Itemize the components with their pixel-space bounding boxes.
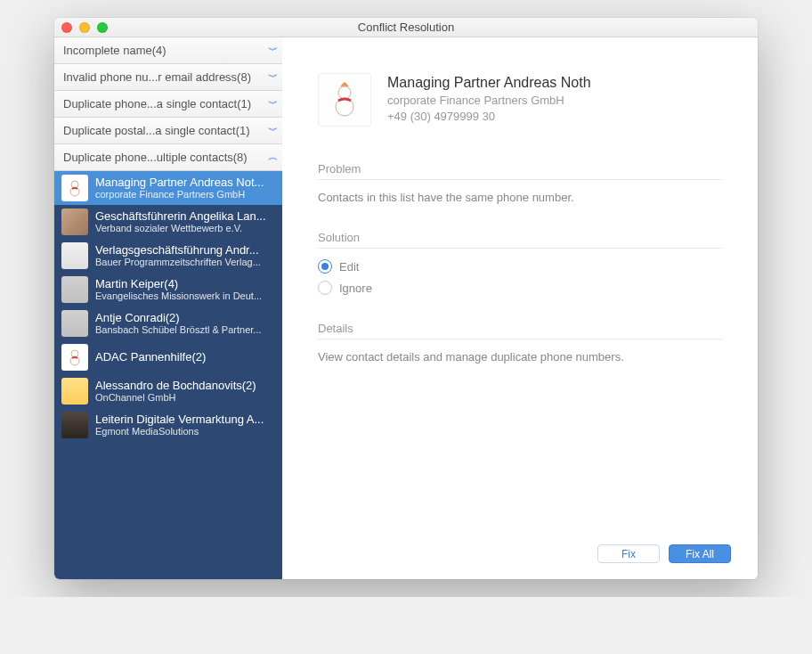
- chevron-down-icon: ︾: [268, 72, 273, 82]
- category-label: Duplicate phone...a single contact(1): [63, 97, 268, 110]
- contact-header-avatar: [318, 73, 371, 127]
- avatar: [61, 276, 88, 303]
- contact-company: OnChannel GmbH: [95, 392, 275, 404]
- problem-text: Contacts in this list have the same phon…: [318, 191, 722, 204]
- solution-title: Solution: [318, 231, 722, 249]
- contact-company: Bauer Programmzeitschriften Verlag...: [95, 257, 275, 268]
- details-section: Details View contact details and manage …: [318, 322, 722, 364]
- minimize-button[interactable]: [79, 22, 90, 33]
- button-label: Fix: [621, 548, 636, 560]
- contact-text: Geschäftsführerin Angelika Lan... Verban…: [95, 209, 275, 235]
- solution-edit-option[interactable]: Edit: [318, 259, 722, 274]
- avatar: [61, 175, 88, 201]
- contact-name: Martin Keiper(4): [95, 277, 275, 291]
- contact-name: Managing Partner Andreas Not...: [95, 176, 275, 190]
- contact-text: Antje Conradi(2) Bansbach Schübel Bröszt…: [95, 311, 275, 337]
- solution-radio-group: Edit Ignore: [318, 259, 722, 295]
- contact-name: Verlagsgeschäftsführung Andr...: [95, 243, 275, 258]
- contact-item[interactable]: Managing Partner Andreas Not... corporat…: [54, 171, 282, 205]
- category-duplicate-postal-single[interactable]: Duplicate postal...a single contact(1) ︾: [54, 118, 282, 144]
- chevron-down-icon: ︾: [268, 99, 273, 109]
- category-label: Duplicate postal...a single contact(1): [63, 124, 268, 137]
- contact-company: Evangelisches Missionswerk in Deut...: [95, 290, 275, 302]
- category-invalid-phone-email[interactable]: Invalid phone nu...r email address(8) ︾: [54, 64, 282, 91]
- problem-section: Problem Contacts in this list have the s…: [318, 162, 722, 204]
- radio-icon: [318, 281, 332, 295]
- category-label: Duplicate phone...ultiple contacts(8): [63, 151, 268, 164]
- solution-section: Solution Edit Ignore: [318, 231, 722, 295]
- solution-ignore-option[interactable]: Ignore: [318, 281, 722, 295]
- contact-company: corporate Finance Partners GmbH: [95, 189, 275, 200]
- contact-name: Antje Conradi(2): [95, 311, 275, 325]
- contact-text: Martin Keiper(4) Evangelisches Missionsw…: [95, 277, 275, 303]
- category-label: Incomplete name(4): [63, 44, 268, 57]
- radio-icon: [318, 259, 332, 274]
- contact-name: Alessandro de Bochdanovits(2): [95, 379, 275, 393]
- problem-title: Problem: [318, 162, 722, 180]
- maximize-button[interactable]: [97, 22, 108, 33]
- chevron-up-icon: ︽: [268, 152, 273, 162]
- category-label: Invalid phone nu...r email address(8): [63, 70, 268, 84]
- contact-list: Managing Partner Andreas Not... corporat…: [54, 171, 282, 579]
- avatar: [61, 242, 88, 269]
- body-content: Incomplete name(4) ︾ Invalid phone nu...…: [54, 37, 758, 579]
- contact-company: Egmont MediaSolutions: [95, 426, 275, 437]
- chevron-down-icon: ︾: [268, 45, 273, 55]
- contact-name: ADAC Pannenhilfe(2): [95, 350, 275, 364]
- contact-text: Verlagsgeschäftsführung Andr... Bauer Pr…: [95, 243, 275, 269]
- contact-item[interactable]: Geschäftsführerin Angelika Lan... Verban…: [54, 205, 282, 239]
- contact-item[interactable]: ADAC Pannenhilfe(2): [54, 340, 282, 374]
- contact-header-info: Managing Partner Andreas Noth corporate …: [387, 73, 591, 127]
- avatar: [61, 208, 88, 235]
- traffic-lights: [61, 22, 108, 33]
- contact-item[interactable]: Antje Conradi(2) Bansbach Schübel Bröszt…: [54, 307, 282, 340]
- contact-text: ADAC Pannenhilfe(2): [95, 350, 275, 364]
- chevron-down-icon: ︾: [268, 126, 273, 135]
- contact-company: Bansbach Schübel Brösztl & Partner...: [95, 324, 275, 336]
- contact-name: Geschäftsführerin Angelika Lan...: [95, 209, 275, 224]
- details-text: View contact details and manage duplicat…: [318, 350, 722, 364]
- category-incomplete-name[interactable]: Incomplete name(4) ︾: [54, 37, 282, 64]
- radio-label: Ignore: [339, 282, 372, 295]
- sidebar: Incomplete name(4) ︾ Invalid phone nu...…: [54, 37, 282, 579]
- app-window: Conflict Resolution Incomplete name(4) ︾…: [54, 18, 758, 579]
- radio-label: Edit: [339, 260, 359, 274]
- category-duplicate-phone-multiple[interactable]: Duplicate phone...ultiple contacts(8) ︽: [54, 144, 282, 171]
- avatar: [61, 344, 88, 371]
- svg-point-4: [338, 86, 351, 99]
- contact-text: Alessandro de Bochdanovits(2) OnChannel …: [95, 379, 275, 405]
- contact-name: Leiterin Digitale Vermarktung A...: [95, 413, 275, 427]
- contact-item[interactable]: Leiterin Digitale Vermarktung A... Egmon…: [54, 408, 282, 442]
- contact-text: Managing Partner Andreas Not... corporat…: [95, 176, 275, 201]
- detail-panel: Managing Partner Andreas Noth corporate …: [282, 37, 758, 579]
- contact-detail-phone: +49 (30) 4979999 30: [387, 110, 591, 123]
- contact-item[interactable]: Verlagsgeschäftsführung Andr... Bauer Pr…: [54, 239, 282, 273]
- fix-button[interactable]: Fix: [597, 544, 660, 563]
- details-title: Details: [318, 322, 722, 339]
- avatar: [61, 310, 88, 337]
- titlebar: Conflict Resolution: [54, 18, 758, 37]
- avatar: [61, 378, 88, 405]
- contact-item[interactable]: Martin Keiper(4) Evangelisches Missionsw…: [54, 273, 282, 307]
- fix-all-button[interactable]: Fix All: [669, 544, 731, 563]
- contact-detail-name: Managing Partner Andreas Noth: [387, 75, 591, 91]
- avatar: [61, 412, 88, 438]
- footer-buttons: Fix Fix All: [597, 544, 731, 563]
- contact-header: Managing Partner Andreas Noth corporate …: [318, 73, 722, 127]
- category-duplicate-phone-single[interactable]: Duplicate phone...a single contact(1) ︾: [54, 91, 282, 118]
- button-label: Fix All: [686, 548, 714, 560]
- contact-text: Leiterin Digitale Vermarktung A... Egmon…: [95, 413, 275, 438]
- window-title: Conflict Resolution: [54, 20, 758, 34]
- contact-company: Verband sozialer Wettbewerb e.V.: [95, 223, 275, 234]
- contact-item[interactable]: Alessandro de Bochdanovits(2) OnChannel …: [54, 374, 282, 408]
- close-button[interactable]: [61, 22, 72, 33]
- contact-detail-company: corporate Finance Partners GmbH: [387, 94, 591, 107]
